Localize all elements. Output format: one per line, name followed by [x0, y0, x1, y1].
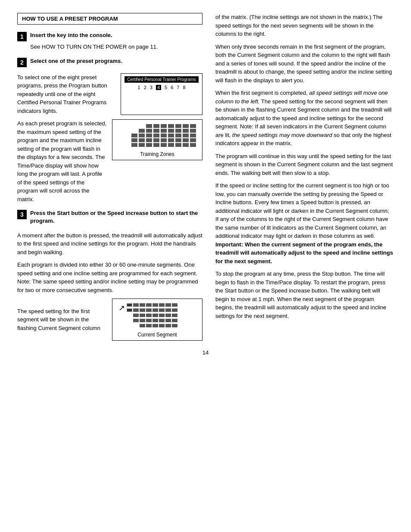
cs-row-2	[127, 308, 177, 312]
cs-cell	[153, 303, 158, 307]
cs-cell	[140, 308, 145, 312]
cs-cell	[172, 314, 177, 317]
cell	[190, 143, 196, 147]
cs-cell-empty	[133, 324, 139, 327]
cs-cell	[140, 314, 145, 317]
cs-grid	[127, 303, 177, 328]
right-para-4: The program will continue in this way un…	[215, 152, 394, 177]
cell	[139, 143, 145, 147]
right-para-5-text: If the speed or incline setting for the …	[215, 182, 389, 239]
matrix-row-5	[118, 143, 196, 147]
step-1-content: See HOW TO TURN ON THE POWER on page 11.	[30, 43, 202, 51]
right-para-5: If the speed or incline setting for the …	[215, 181, 394, 265]
cs-matrix: ↗	[116, 302, 199, 330]
cs-cell	[133, 308, 139, 312]
cell	[131, 138, 137, 142]
cs-cell	[165, 324, 171, 327]
cs-cell	[165, 314, 171, 317]
cell	[153, 143, 159, 147]
cell	[168, 124, 174, 128]
cell	[161, 138, 167, 142]
cs-cell	[146, 303, 152, 307]
step-3-number: 3	[17, 210, 27, 219]
right-para-3-italic2: the speed settings may move downward	[232, 132, 332, 138]
training-zones-caption: Training Zones	[116, 151, 199, 157]
cs-matrix-inner: ↗	[118, 303, 196, 328]
step-3-para1: A moment after the button is pressed, th…	[17, 231, 202, 257]
cs-cell	[140, 303, 145, 307]
cs-cell	[153, 308, 158, 312]
cell	[190, 124, 196, 128]
cell	[175, 134, 181, 137]
cs-cell	[133, 319, 139, 322]
cell	[139, 134, 145, 137]
cell	[131, 124, 137, 128]
cs-cell	[153, 324, 158, 327]
cell	[168, 129, 174, 133]
cell	[175, 143, 181, 147]
cs-cell-flash	[127, 303, 132, 307]
cell	[168, 143, 174, 147]
cell	[175, 138, 181, 142]
step-1-title: Insert the key into the console.	[30, 31, 202, 39]
cell	[131, 129, 137, 133]
cell	[168, 134, 174, 137]
step-2-intro-text: To select one of the eight preset progra…	[17, 73, 115, 115]
cell	[131, 134, 137, 137]
cell	[153, 124, 159, 128]
cs-cell	[140, 324, 145, 327]
cell	[153, 129, 159, 133]
cpt-num-1: 1	[138, 85, 140, 90]
cell	[183, 129, 189, 133]
right-column: of the matrix. (The incline settings are…	[215, 13, 394, 341]
cpt-num-5: 5	[165, 85, 167, 90]
cs-cell	[140, 319, 145, 322]
cell	[183, 134, 189, 137]
cell	[146, 138, 152, 142]
cell	[183, 138, 189, 142]
cs-cell	[159, 319, 165, 322]
step-3-intro-text: The speed setting for the first segment …	[17, 307, 107, 333]
current-segment-caption: Current Segment	[116, 332, 199, 338]
step-1-number: 1	[17, 32, 27, 41]
cs-arrow-col: ↗	[118, 303, 125, 312]
right-para-3: When the first segment is completed, all…	[215, 89, 394, 148]
step-3-body: Press the Start button or the Speed incr…	[30, 209, 202, 225]
cpt-num-4-active: 4	[156, 85, 161, 90]
cell	[175, 129, 181, 133]
cpt-numbers: 1 2 3 4 5 6 7 8	[125, 84, 199, 91]
cell	[139, 124, 145, 128]
cell	[168, 138, 174, 142]
cell	[139, 138, 145, 142]
step-2: 2 Select one of the preset programs.	[17, 57, 202, 67]
cell	[161, 134, 167, 137]
figure-training-zones: Training Zones	[112, 119, 202, 160]
cs-row-3	[127, 314, 177, 317]
step-2-mid-text: As each preset program is selected, the …	[17, 119, 107, 203]
cs-cell-empty	[127, 324, 132, 327]
cs-cell	[133, 314, 139, 317]
cs-cell	[159, 324, 165, 327]
section-header: HOW TO USE A PRESET PROGRAM	[17, 13, 202, 25]
training-zones-matrix	[116, 122, 199, 149]
step-2-figure1-section: To select one of the eight preset progra…	[17, 73, 202, 115]
step-2-title: Select one of the preset programs.	[30, 57, 202, 65]
matrix-row-4	[118, 138, 196, 142]
figure-cpt: Certified Personal Trainer Programs 1 2 …	[121, 73, 202, 115]
step-3-figure3-section: The speed setting for the first segment …	[17, 299, 202, 341]
cs-cell-empty	[127, 319, 132, 322]
cs-cell	[165, 319, 171, 322]
cs-cell-flash	[127, 308, 132, 312]
cell	[131, 143, 137, 147]
cell	[183, 143, 189, 147]
cs-row-1	[127, 303, 177, 307]
cpt-header: Certified Personal Trainer Programs	[125, 76, 199, 83]
cs-cell	[172, 324, 177, 327]
right-para-1: of the matrix. (The incline settings are…	[215, 13, 394, 38]
cpt-num-3: 3	[150, 85, 153, 90]
right-para-3-start: When the first segment is completed,	[215, 90, 309, 96]
cell	[146, 134, 152, 137]
cs-cell	[165, 308, 171, 312]
matrix-row-2	[118, 129, 196, 133]
cs-row-5	[127, 324, 177, 327]
